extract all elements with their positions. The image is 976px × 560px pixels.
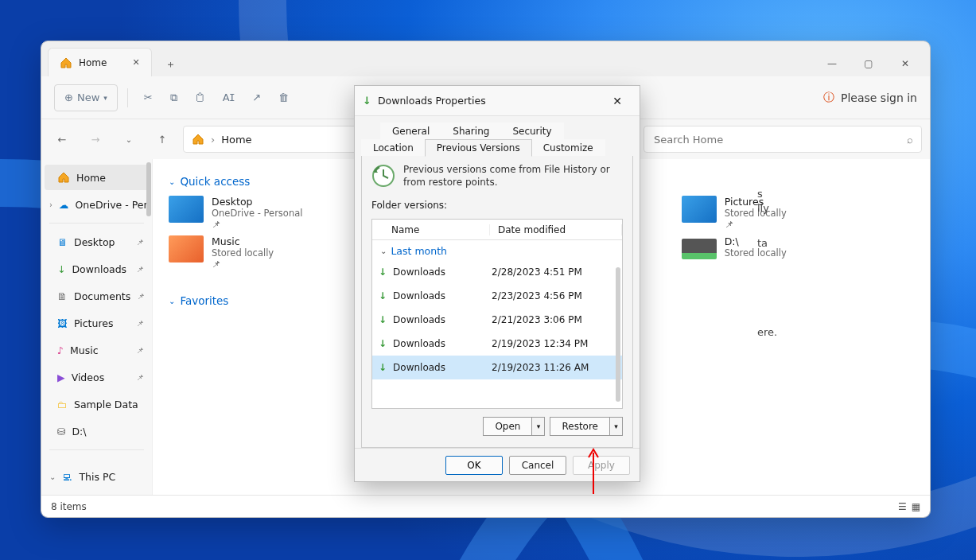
qa-name: D:\	[725, 235, 787, 247]
download-icon: ↓	[363, 95, 371, 107]
qa-pictures[interactable]: PicturesStored locally📌︎	[682, 196, 914, 232]
tab-close-icon[interactable]: ✕	[132, 57, 139, 68]
nav-desktop[interactable]: 🖥︎Desktop📌︎	[45, 229, 149, 255]
new-tab-button[interactable]: ＋	[157, 52, 185, 76]
back-button[interactable]: ←	[49, 126, 75, 152]
new-button[interactable]: ⊕ New ▾	[54, 84, 118, 111]
chevron-down-icon: ▾	[103, 94, 107, 102]
copy-button[interactable]: ⧉	[164, 84, 184, 111]
version-row[interactable]: ↓Downloads2/19/2023 11:26 AM	[372, 356, 622, 379]
tab-general[interactable]: General	[380, 122, 441, 140]
up-button[interactable]: ↑	[150, 126, 175, 152]
restore-dropdown[interactable]: ▾	[610, 417, 623, 436]
picture-icon: 🖼︎	[57, 317, 68, 329]
nav-music[interactable]: ♪Music📌︎	[45, 337, 149, 363]
restore-split-button[interactable]: Restore ▾	[550, 417, 623, 436]
nav-documents[interactable]: 🗎Documents📌︎	[45, 283, 149, 309]
tab-previous-versions[interactable]: Previous Versions	[425, 139, 532, 157]
pin-icon: 📌︎	[137, 292, 145, 301]
nav-label: Desktop	[74, 236, 115, 248]
cancel-button[interactable]: Cancel	[509, 456, 566, 475]
version-row[interactable]: ↓Downloads2/28/2023 4:51 PM	[372, 260, 622, 284]
dialog-close-button[interactable]: ✕	[603, 89, 632, 113]
pin-icon: 📌︎	[725, 219, 787, 230]
open-dropdown[interactable]: ▾	[532, 417, 545, 436]
item-count: 8 items	[51, 501, 87, 512]
row-date: 2/19/2023 12:34 PM	[492, 338, 588, 349]
apply-button[interactable]: Apply	[573, 456, 630, 475]
tab-location[interactable]: Location	[361, 139, 426, 157]
folder-versions-label: Folder versions:	[371, 200, 623, 211]
trash-icon: 🗑︎	[278, 91, 289, 103]
search-input[interactable]	[652, 133, 907, 146]
chevron-down-icon: ⌄	[169, 177, 175, 186]
rename-button[interactable]: Aⵊ	[216, 84, 241, 111]
cut-button[interactable]: ✂	[138, 84, 159, 111]
warning-icon: ⓘ	[823, 91, 834, 105]
download-icon: ↓	[57, 263, 65, 275]
nav-pictures[interactable]: 🖼︎Pictures📌︎	[45, 310, 149, 336]
share-button[interactable]: ↗	[246, 84, 267, 111]
restore-button[interactable]: Restore	[550, 417, 610, 436]
share-icon: ↗	[252, 91, 261, 103]
maximize-button[interactable]: ▢	[850, 51, 887, 76]
history-icon	[371, 164, 395, 188]
minimize-button[interactable]: —	[814, 51, 850, 76]
open-button[interactable]: Open	[483, 417, 532, 436]
pc-icon: 💻︎	[62, 471, 72, 483]
search-icon: ⌕	[907, 134, 913, 146]
ok-button[interactable]: OK	[445, 456, 503, 475]
breadcrumb[interactable]: Home	[221, 134, 251, 146]
tab-label: Home	[79, 57, 107, 68]
col-date[interactable]: Date modified	[490, 224, 622, 235]
nav-home[interactable]: Home	[45, 165, 149, 190]
dialog-title-bar[interactable]: ↓ Downloads Properties ✕	[355, 86, 640, 116]
folder-thumb	[169, 235, 204, 262]
download-icon: ↓	[379, 362, 387, 373]
qa-sub: Stored locally	[725, 247, 787, 259]
col-name[interactable]: Name	[372, 224, 490, 235]
nav-drive-d[interactable]: ⛁D:\	[45, 418, 149, 444]
scrollbar-thumb[interactable]	[616, 267, 620, 402]
version-row[interactable]: ↓Downloads2/21/2023 3:06 PM	[372, 308, 622, 332]
pv-desc-text: Previous versions come from File History…	[403, 164, 623, 189]
tab-sharing[interactable]: Sharing	[441, 122, 501, 140]
forward-button[interactable]: →	[83, 126, 108, 152]
sign-in-prompt[interactable]: ⓘ Please sign in	[823, 91, 917, 105]
status-bar: 8 items ☰ ▦	[41, 495, 930, 517]
search-bar[interactable]: ⌕	[644, 126, 922, 153]
qa-drive-d[interactable]: D:\Stored locally	[682, 235, 914, 272]
new-label: New	[77, 91, 99, 103]
nav-label: Documents	[74, 290, 130, 302]
nav-label: Videos	[72, 371, 105, 383]
open-split-button[interactable]: Open ▾	[483, 417, 545, 436]
tab-security[interactable]: Security	[500, 122, 563, 140]
tiles-view-button[interactable]: ▦	[912, 501, 920, 512]
nav-label: Music	[70, 344, 99, 356]
cloud-icon: ☁	[59, 199, 69, 211]
details-view-button[interactable]: ☰	[898, 501, 907, 512]
nav-thispc[interactable]: ⌄ 💻︎ This PC	[45, 464, 149, 489]
peek-text: ere.	[757, 326, 777, 338]
paste-button[interactable]: 📋︎	[189, 84, 212, 111]
pin-icon: 📌︎	[136, 346, 144, 355]
nav-videos[interactable]: ▶Videos📌︎	[45, 364, 149, 390]
scrollbar-thumb[interactable]	[146, 162, 151, 216]
chevron-right-icon[interactable]: ›	[49, 200, 52, 209]
delete-button[interactable]: 🗑︎	[272, 84, 295, 111]
recent-button[interactable]: ⌄	[116, 126, 142, 152]
version-row[interactable]: ↓Downloads2/23/2023 4:56 PM	[372, 284, 622, 308]
chevron-down-icon[interactable]: ⌄	[49, 472, 56, 481]
row-date: 2/19/2023 11:26 AM	[492, 362, 589, 373]
group-last-month[interactable]: ⌄Last month	[372, 240, 622, 260]
nav-sampledata[interactable]: 🗀Sample Data	[45, 391, 149, 417]
nav-downloads[interactable]: ↓Downloads📌︎	[45, 256, 149, 282]
tab-home[interactable]: Home ✕	[48, 48, 152, 76]
chevron-down-icon: ⌄	[169, 297, 175, 305]
home-icon	[192, 133, 204, 146]
dialog-title: Downloads Properties	[378, 95, 486, 107]
close-window-button[interactable]: ✕	[887, 51, 924, 76]
nav-onedrive[interactable]: › ☁ OneDrive - Pers	[45, 192, 149, 217]
tab-customize[interactable]: Customize	[531, 139, 605, 157]
version-row[interactable]: ↓Downloads2/19/2023 12:34 PM	[372, 332, 622, 356]
